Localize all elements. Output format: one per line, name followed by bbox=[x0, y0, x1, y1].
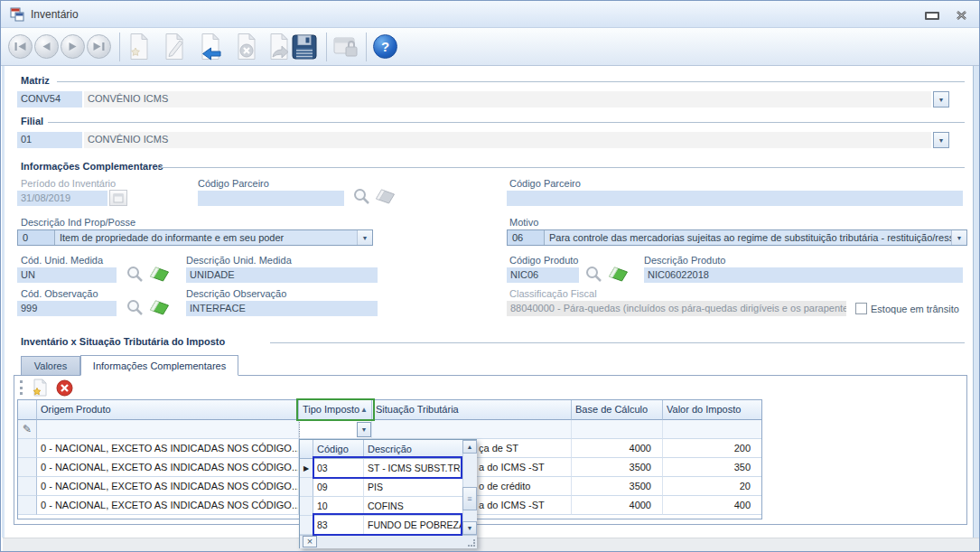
unid-search-button[interactable] bbox=[126, 265, 145, 287]
eraser-green-icon bbox=[148, 300, 171, 315]
desc-unid-field[interactable]: UNIDADE bbox=[186, 267, 378, 283]
chevron-down-icon[interactable]: ▼ bbox=[951, 230, 966, 245]
calendar-icon bbox=[113, 192, 124, 203]
dropdown-descricao-cell[interactable]: PIS bbox=[364, 478, 462, 497]
column-header-situacao[interactable]: Situação Tributária bbox=[372, 400, 572, 420]
cancel-button[interactable] bbox=[235, 33, 258, 61]
return-button[interactable] bbox=[199, 33, 222, 61]
column-header-base-calculo[interactable]: Base de Cálculo bbox=[572, 400, 663, 420]
nav-first-button[interactable] bbox=[8, 34, 33, 59]
grid-section-line bbox=[270, 342, 965, 343]
scrollbar-thumb[interactable]: ≡ bbox=[462, 487, 477, 510]
desc-prod-field[interactable]: NIC06022018 bbox=[644, 267, 963, 283]
desc-obs-field[interactable]: INTERFACE bbox=[186, 301, 378, 316]
scroll-up-button[interactable]: ▲ bbox=[462, 440, 477, 454]
origem-cell[interactable]: 0 - NACIONAL, EXCETO AS INDICADAS NOS CÓ… bbox=[37, 439, 299, 458]
form-icon bbox=[10, 7, 24, 25]
nav-last-button[interactable] bbox=[87, 34, 111, 59]
redo-button[interactable] bbox=[267, 33, 291, 61]
eraser-green-icon bbox=[607, 267, 630, 282]
nav-previous-button[interactable] bbox=[34, 34, 59, 59]
filial-description-field[interactable]: CONVÊNIO ICMS bbox=[84, 132, 931, 148]
cod-parceiro1-field[interactable] bbox=[198, 191, 344, 206]
filial-section-line bbox=[48, 122, 965, 123]
scroll-down-button[interactable]: ▼ bbox=[462, 521, 477, 535]
class-fiscal-label: Classificação Fiscal bbox=[509, 288, 597, 299]
obs-search-button[interactable] bbox=[126, 298, 145, 321]
row-header[interactable] bbox=[18, 477, 37, 496]
row-header[interactable] bbox=[18, 496, 37, 515]
minimize-button[interactable] bbox=[920, 8, 944, 23]
chevron-down-icon: ▼ bbox=[938, 137, 945, 144]
nav-first-icon bbox=[14, 42, 26, 51]
valor-cell[interactable]: 200 bbox=[663, 439, 761, 458]
periodo-field[interactable]: 31/08/2019 bbox=[17, 191, 107, 206]
annotation-row-83-highlight bbox=[313, 513, 462, 536]
toolbar-separator bbox=[326, 33, 327, 61]
filial-code-field[interactable]: 01 bbox=[17, 132, 82, 148]
dropdown-close-button[interactable]: × bbox=[303, 536, 317, 547]
valor-cell[interactable]: 20 bbox=[663, 477, 761, 496]
lock-button[interactable] bbox=[333, 35, 360, 62]
motivo-combo[interactable]: 06 Para controle das mercadorias sujeita… bbox=[507, 229, 967, 246]
unid-clear-button[interactable] bbox=[148, 267, 171, 285]
search-icon bbox=[126, 298, 145, 317]
edit-cell-base[interactable] bbox=[572, 420, 663, 439]
row-header[interactable] bbox=[18, 458, 37, 477]
obs-clear-button[interactable] bbox=[148, 300, 171, 319]
valor-cell[interactable]: 350 bbox=[663, 458, 761, 477]
column-header-origem[interactable]: Origem Produto bbox=[37, 400, 299, 420]
close-button[interactable] bbox=[951, 7, 971, 23]
dropdown-codigo-cell[interactable]: 09 bbox=[313, 478, 364, 497]
grid-add-row-button[interactable] bbox=[31, 379, 49, 400]
eraser-icon bbox=[374, 189, 397, 204]
motivo-text: Para controle das mercadorias sujeitas a… bbox=[545, 230, 951, 245]
help-button[interactable]: ? bbox=[373, 34, 397, 59]
edit-cell-origem[interactable] bbox=[37, 420, 299, 439]
chevron-down-icon[interactable]: ▼ bbox=[357, 230, 372, 245]
produto-clear-button[interactable] bbox=[607, 267, 630, 285]
cod-parceiro2-field[interactable] bbox=[507, 191, 963, 206]
origem-cell[interactable]: 0 - NACIONAL, EXCETO AS INDICADAS NOS CÓ… bbox=[37, 496, 299, 515]
search-icon bbox=[126, 265, 145, 284]
column-header-valor-imposto[interactable]: Valor do Imposto bbox=[663, 400, 761, 420]
nav-next-button[interactable] bbox=[61, 34, 85, 59]
new-record-button[interactable] bbox=[127, 33, 151, 61]
matriz-description-field[interactable]: CONVÊNIO ICMS bbox=[84, 91, 931, 108]
origem-cell[interactable]: 0 - NACIONAL, EXCETO AS INDICADAS NOS CÓ… bbox=[37, 458, 299, 477]
matriz-code-field[interactable]: CONV54 bbox=[17, 91, 82, 108]
calendar-button[interactable] bbox=[109, 190, 127, 206]
cod-prod-field[interactable]: NIC06 bbox=[507, 267, 579, 283]
save-button[interactable] bbox=[290, 33, 319, 64]
base-cell[interactable]: 3500 bbox=[572, 477, 663, 496]
edit-record-button[interactable] bbox=[163, 33, 186, 61]
eraser-green-icon bbox=[148, 267, 171, 282]
cod-unid-field[interactable]: UN bbox=[17, 267, 117, 283]
resize-grip[interactable] bbox=[468, 539, 475, 547]
produto-search-button[interactable] bbox=[584, 265, 603, 287]
tab-informacoes-complementares[interactable]: Informações Complementares bbox=[80, 355, 238, 376]
cod-obs-field[interactable]: 999 bbox=[17, 301, 117, 316]
matriz-dropdown-button[interactable]: ▼ bbox=[933, 91, 949, 108]
tab-valores[interactable]: Valores bbox=[21, 356, 80, 375]
base-cell[interactable]: 3500 bbox=[572, 458, 663, 477]
grid-delete-row-button[interactable] bbox=[56, 379, 73, 400]
lock-icon bbox=[333, 35, 360, 59]
estoque-checkbox[interactable] bbox=[855, 303, 867, 314]
row-header[interactable] bbox=[18, 439, 37, 458]
desc-ind-combo[interactable]: 0 Item de propriedade do informante e em… bbox=[17, 229, 373, 246]
origem-cell[interactable]: 0 - NACIONAL, EXCETO AS INDICADAS NOS CÓ… bbox=[37, 477, 299, 496]
filial-dropdown-button[interactable]: ▼ bbox=[933, 132, 949, 148]
edit-cell-situacao[interactable] bbox=[372, 420, 572, 439]
cod-unid-label: Cód. Unid. Medida bbox=[21, 255, 103, 266]
tipo-imposto-dropdown-button[interactable]: ▼ bbox=[357, 422, 371, 437]
search-icon bbox=[352, 187, 371, 206]
search-icon bbox=[584, 265, 603, 284]
parceiro-clear-button[interactable] bbox=[374, 189, 397, 208]
valor-cell[interactable]: 400 bbox=[663, 496, 761, 515]
edit-cell-valor[interactable] bbox=[663, 420, 761, 439]
base-cell[interactable]: 4000 bbox=[572, 496, 663, 515]
title-bar: Inventário bbox=[1, 1, 979, 28]
parceiro-search-button[interactable] bbox=[352, 187, 371, 210]
base-cell[interactable]: 4000 bbox=[572, 439, 663, 458]
